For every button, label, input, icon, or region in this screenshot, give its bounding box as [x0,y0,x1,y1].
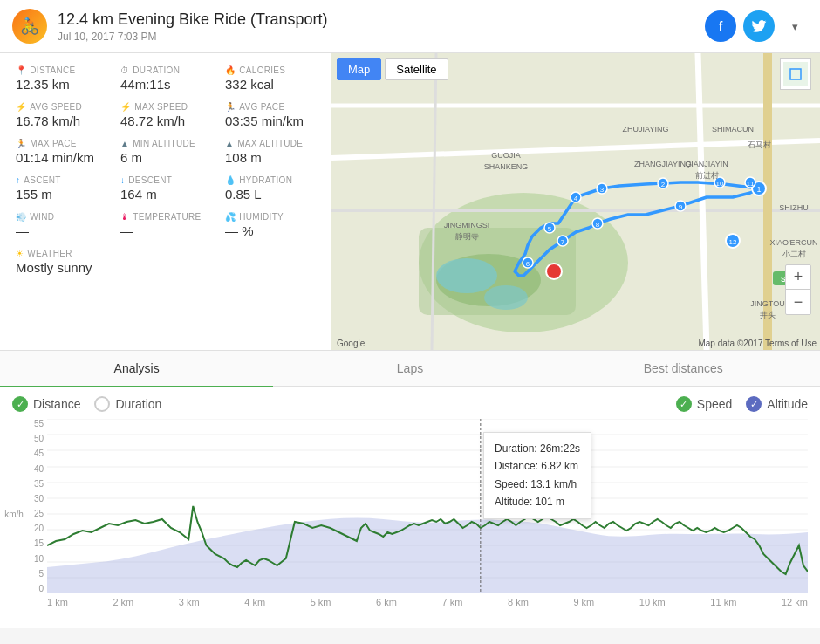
x-axis-toggles: ✓ Distance Duration [12,396,161,412]
chart-container: 55 50 45 40 35 30 25 20 15 10 5 0 km/h [12,419,808,620]
svg-text:ZHUJIAYING: ZHUJIAYING [623,125,669,134]
stats-map-section: 📍DISTANCE 12.35 km ⏱DURATION 44m:11s 🔥CA… [0,53,820,351]
map-container: Map Satellite 1 [331,53,820,350]
toggle-distance-label: Distance [33,397,80,411]
svg-text:8: 8 [596,221,600,229]
chevron-button[interactable]: ▾ [782,13,808,39]
map-zoom-controls: + − [785,264,811,315]
svg-text:GUOJIA: GUOJIA [491,151,521,160]
svg-text:ZHANGJIAYING: ZHANGJIAYING [634,160,692,168]
svg-text:小二村: 小二村 [782,250,806,258]
chart-svg [47,419,808,593]
svg-text:5: 5 [548,225,552,233]
stat-weather: ☀WEATHER Mostly sunny [9,243,323,280]
svg-text:3: 3 [600,186,605,194]
svg-text:2: 2 [661,181,666,188]
stat-avg-speed: ⚡AVG SPEED 16.78 km/h [9,97,113,134]
stats-grid: 📍DISTANCE 12.35 km ⏱DURATION 44m:11s 🔥CA… [9,60,323,280]
header-date: Jul 10, 2017 7:03 PM [58,31,327,43]
toggle-duration[interactable]: Duration [94,396,161,412]
toggle-altitude-label: Altitude [767,397,808,411]
duration-circle-icon [94,396,110,412]
tab-best-distances[interactable]: Best distances [547,351,820,387]
map-svg: 1 2 3 4 5 6 7 8 9 10 11 12 ZHU [331,53,820,350]
analysis-section: ✓ Distance Duration ✓ Speed ✓ Altitude 5… [0,387,820,628]
stat-humidity: 💦HUMIDITY — % [218,207,323,243]
chart-area: Duration: 26m:22s Distance: 6.82 km Spee… [47,419,808,593]
chart-x-axis: 1 km 2 km 3 km 4 km 5 km 6 km 7 km 8 km … [47,593,808,620]
svg-point-36 [546,264,562,279]
map-controls: Map Satellite [337,58,448,80]
header-left: 🚴 12.4 km Evening Bike Ride (Transport) … [12,9,327,44]
svg-text:静明寺: 静明寺 [455,232,479,241]
stat-max-speed: ⚡MAX SPEED 48.72 km/h [113,97,218,134]
map-view-button[interactable]: Map [337,58,381,80]
satellite-view-button[interactable]: Satellite [385,58,448,80]
svg-text:1: 1 [756,185,761,194]
header-info: 12.4 km Evening Bike Ride (Transport) Ju… [58,10,327,43]
speed-check-icon: ✓ [676,396,692,412]
toggle-distance[interactable]: ✓ Distance [12,396,80,412]
analysis-toggles: ✓ Distance Duration ✓ Speed ✓ Altitude [12,396,808,412]
minimap-indicator [780,58,811,90]
stat-wind: 💨WIND — [9,207,113,243]
svg-text:10: 10 [716,180,724,188]
stat-min-altitude: ▲MIN ALTITUDE 6 m [113,134,218,170]
stat-max-altitude: ▲MAX ALTITUDE 108 m [218,134,323,170]
svg-text:XIAO'ERCUN: XIAO'ERCUN [769,238,817,247]
stats-panel: 📍DISTANCE 12.35 km ⏱DURATION 44m:11s 🔥CA… [0,53,331,350]
svg-text:7: 7 [561,238,565,246]
svg-point-5 [484,285,528,310]
svg-text:SHIZHU: SHIZHU [779,203,809,212]
page-title: 12.4 km Evening Bike Ride (Transport) [58,10,327,29]
zoom-in-button[interactable]: + [786,265,810,290]
stat-max-pace: 🏃MAX PACE 01:14 min/km [9,134,113,170]
stat-hydration: 💧HYDRATION 0.85 L [218,170,323,207]
svg-rect-54 [783,62,808,86]
tabs: Analysis Laps Best distances [0,351,820,387]
svg-text:JINGMINGSI: JINGMINGSI [444,221,490,230]
svg-point-4 [436,258,497,293]
svg-text:前进村: 前进村 [695,171,719,180]
stat-avg-pace: 🏃AVG PACE 03:35 min/km [218,97,323,134]
chart-y-axis: 55 50 45 40 35 30 25 20 15 10 5 0 [12,419,47,593]
twitter-button[interactable] [743,10,775,42]
toggle-speed-label: Speed [697,397,732,411]
stat-duration: ⏱DURATION 44m:11s [113,60,218,97]
tab-analysis[interactable]: Analysis [0,351,273,387]
svg-text:JINGTOU: JINGTOU [750,299,784,308]
twitter-icon [751,20,767,32]
svg-text:4: 4 [574,195,578,202]
app-icon: 🚴 [12,9,47,44]
toggle-altitude[interactable]: ✓ Altitude [746,396,808,412]
y-axis-label: km/h [4,510,24,519]
stat-temperature: 🌡TEMPERATURE — [113,207,218,243]
stat-descent: ↓DESCENT 164 m [113,170,218,207]
stat-ascent: ↑ASCENT 155 m [9,170,113,207]
svg-text:6: 6 [526,260,530,268]
map-attribution: Map data ©2017 Terms of Use [698,339,817,348]
svg-text:SHIMACUN: SHIMACUN [712,125,754,134]
google-logo: Google [337,339,365,348]
facebook-button[interactable]: f [705,10,736,42]
header-actions: f ▾ [705,10,808,42]
distance-check-icon: ✓ [12,396,28,412]
stat-distance: 📍DISTANCE 12.35 km [9,60,113,97]
altitude-check-icon: ✓ [746,396,762,412]
y-axis-toggles: ✓ Speed ✓ Altitude [676,396,808,412]
svg-text:12: 12 [729,238,737,246]
tab-laps[interactable]: Laps [273,351,546,387]
svg-text:11: 11 [747,180,755,188]
svg-text:井头: 井头 [760,311,776,319]
toggle-speed[interactable]: ✓ Speed [676,396,732,412]
zoom-out-button[interactable]: − [786,290,810,314]
svg-text:石马村: 石马村 [748,140,771,149]
svg-text:SHANKENG: SHANKENG [484,162,529,171]
toggle-duration-label: Duration [115,397,161,411]
svg-text:9: 9 [679,203,683,211]
minimap-icon [783,62,808,86]
header: 🚴 12.4 km Evening Bike Ride (Transport) … [0,0,820,53]
stat-calories: 🔥CALORIES 332 kcal [218,60,323,97]
